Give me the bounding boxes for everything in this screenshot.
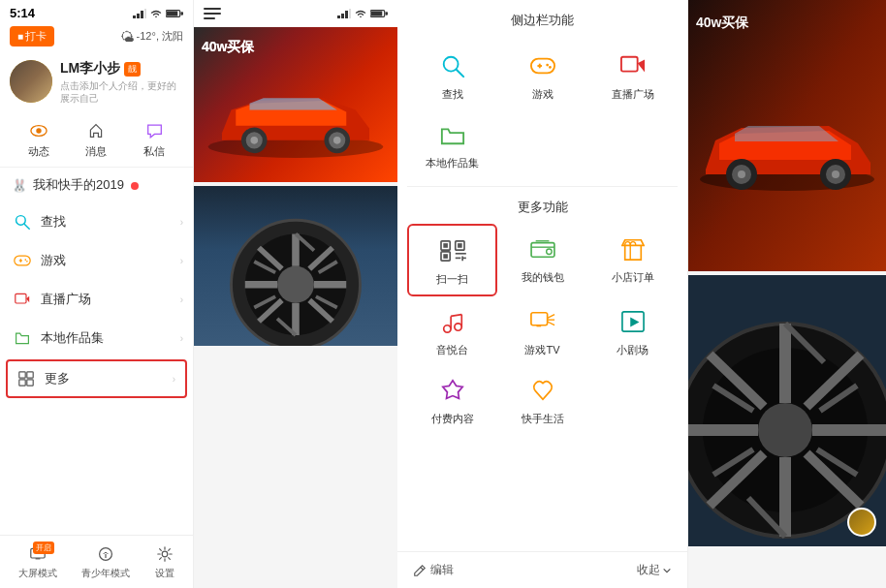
search-icon bbox=[12, 211, 33, 232]
feature-live-label: 直播广场 bbox=[612, 87, 654, 102]
search-arrow: › bbox=[180, 217, 183, 228]
feature-wallet[interactable]: 我的钱包 bbox=[497, 224, 587, 296]
status-icons bbox=[133, 9, 183, 18]
wallet-icon bbox=[525, 232, 560, 266]
middle-feed-panel: 40w买保 40w买保 bbox=[194, 0, 397, 588]
more-label: 更多 bbox=[45, 370, 177, 387]
paid-label: 付费内容 bbox=[431, 412, 474, 426]
far-text-overlay: 40w买保 bbox=[696, 15, 748, 32]
feed-image-1[interactable]: 40w买保 40w买保 bbox=[194, 27, 397, 182]
feature-game-label: 游戏 bbox=[532, 87, 554, 102]
far-right-feed: 40w买保 bbox=[688, 0, 886, 588]
features-panel: 侧边栏功能 查找 游戏 直播广场 本地作品集 bbox=[397, 0, 688, 588]
svg-rect-0 bbox=[133, 15, 136, 18]
feature-local-icon bbox=[435, 117, 470, 152]
menu-item-game[interactable]: 游戏 › bbox=[0, 241, 193, 280]
svg-rect-65 bbox=[620, 57, 637, 72]
bottom-item-settings[interactable]: 设置 bbox=[154, 543, 175, 580]
profile-section[interactable]: LM李小步 靓 点击添加个人介绍，更好的展示自己 bbox=[0, 52, 193, 112]
collapse-label: 收起 bbox=[637, 562, 660, 578]
drama-label: 小剧场 bbox=[617, 343, 649, 357]
search-label: 查找 bbox=[41, 213, 181, 231]
svg-rect-5 bbox=[167, 11, 177, 15]
feature-live[interactable]: 直播广场 bbox=[587, 41, 678, 109]
feature-shop[interactable]: 小店订单 bbox=[587, 224, 678, 296]
svg-point-43 bbox=[277, 266, 314, 303]
svg-rect-19 bbox=[27, 372, 33, 378]
local-label: 本地作品集 bbox=[41, 329, 181, 347]
bottom-item-bigscreen[interactable]: 开启 大屏模式 bbox=[18, 543, 57, 580]
feed-battery-icon bbox=[370, 9, 388, 18]
svg-rect-84 bbox=[530, 313, 547, 325]
svg-point-97 bbox=[738, 170, 745, 178]
feature-game[interactable]: 游戏 bbox=[497, 41, 587, 109]
bigscreen-badge: 开启 bbox=[33, 542, 54, 554]
scan-icon bbox=[435, 233, 470, 268]
svg-point-63 bbox=[546, 64, 549, 67]
svg-rect-28 bbox=[341, 14, 344, 18]
svg-rect-2 bbox=[141, 11, 143, 18]
feed-content: 40w买保 40w买保 bbox=[194, 27, 397, 588]
quick-action-privatemsg[interactable]: 私信 bbox=[143, 120, 165, 159]
edit-button[interactable]: 编辑 bbox=[413, 562, 454, 578]
shop-label: 小店订单 bbox=[612, 270, 654, 285]
live-icon bbox=[12, 289, 33, 310]
life-icon bbox=[525, 373, 560, 408]
svg-point-8 bbox=[36, 128, 41, 133]
svg-point-9 bbox=[16, 216, 26, 226]
far-wheel-svg bbox=[688, 275, 886, 546]
checkin-label: 打卡 bbox=[25, 29, 47, 44]
features-divider bbox=[407, 186, 678, 187]
svg-rect-71 bbox=[458, 243, 462, 248]
menu-line-1 bbox=[204, 8, 221, 10]
wallet-label: 我的钱包 bbox=[522, 270, 564, 285]
special-menu-item[interactable]: 🐰 我和快手的2019 › bbox=[0, 168, 193, 202]
svg-line-91 bbox=[421, 567, 424, 570]
svg-marker-90 bbox=[630, 317, 639, 326]
music-label: 音悦台 bbox=[436, 343, 468, 357]
privatemsg-label: 私信 bbox=[143, 144, 165, 159]
time-display: 5:14 bbox=[10, 6, 35, 20]
feed-status-icons bbox=[337, 9, 388, 18]
menu-item-search[interactable]: 查找 › bbox=[0, 202, 193, 241]
svg-point-37 bbox=[250, 137, 258, 144]
checkin-button[interactable]: ■ 打卡 bbox=[10, 26, 54, 46]
svg-rect-70 bbox=[443, 243, 448, 248]
more-features-title: 更多功能 bbox=[397, 191, 687, 220]
feature-search[interactable]: 查找 bbox=[407, 41, 497, 109]
feature-drama[interactable]: 小剧场 bbox=[587, 296, 678, 365]
quick-action-dynamic[interactable]: 动态 bbox=[28, 120, 49, 159]
kuaishou-icon: 🐰 bbox=[12, 178, 27, 193]
message-label: 消息 bbox=[85, 144, 107, 159]
svg-rect-1 bbox=[137, 14, 140, 18]
shop-icon bbox=[616, 232, 650, 266]
far-profile-avatar bbox=[847, 508, 876, 537]
feature-music[interactable]: 音悦台 bbox=[407, 296, 497, 365]
sidebar-features-grid: 查找 游戏 直播广场 本地作品集 bbox=[397, 37, 687, 182]
settings-icon bbox=[154, 543, 175, 565]
quick-action-message[interactable]: 消息 bbox=[85, 120, 107, 159]
edit-icon bbox=[413, 564, 427, 577]
menu-item-local[interactable]: 本地作品集 › bbox=[0, 319, 193, 357]
feature-life[interactable]: 快手生活 bbox=[497, 365, 587, 434]
svg-point-40 bbox=[333, 137, 341, 144]
profile-name: LM李小步 bbox=[60, 60, 120, 77]
bottom-item-youth[interactable]: 青少年模式 bbox=[81, 543, 130, 580]
feed-signal-icon bbox=[337, 9, 351, 18]
menu-item-more[interactable]: 更多 › bbox=[6, 359, 187, 398]
feature-scan[interactable]: 扫一扫 bbox=[407, 224, 497, 296]
special-label: 我和快手的2019 bbox=[33, 176, 181, 194]
svg-marker-66 bbox=[637, 60, 644, 73]
feature-local[interactable]: 本地作品集 bbox=[407, 109, 497, 178]
menu-item-live[interactable]: 直播广场 › bbox=[0, 280, 193, 319]
feed-image-2[interactable] bbox=[194, 186, 397, 346]
collapse-button[interactable]: 收起 bbox=[637, 562, 672, 578]
far-feed-image-2[interactable] bbox=[688, 275, 886, 546]
feature-gametv[interactable]: 游戏TV bbox=[497, 296, 587, 365]
feature-paid[interactable]: 付费内容 bbox=[407, 365, 497, 434]
wheel-svg bbox=[204, 196, 388, 346]
hamburger-icon[interactable] bbox=[204, 8, 221, 19]
far-feed-image-1[interactable]: 40w买保 bbox=[688, 0, 886, 271]
svg-rect-32 bbox=[371, 12, 382, 16]
red-dot bbox=[131, 182, 139, 190]
